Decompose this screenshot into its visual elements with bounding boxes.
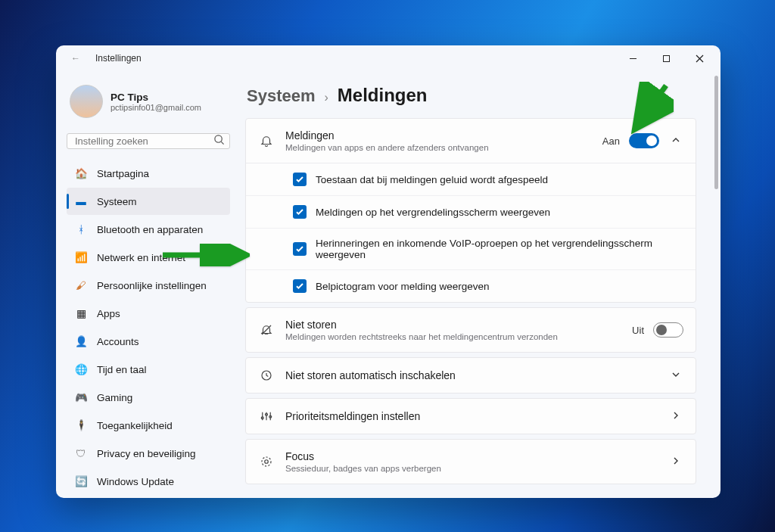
search-box[interactable] bbox=[67, 133, 230, 149]
nav-item-personalization[interactable]: 🖌Persoonlijke instellingen bbox=[67, 272, 230, 299]
nav-item-accounts[interactable]: 👤Accounts bbox=[67, 328, 230, 355]
nav-item-network[interactable]: 📶Netwerk en internet bbox=[67, 244, 230, 271]
dnd-icon bbox=[258, 323, 275, 337]
nav-item-home[interactable]: 🏠Startpagina bbox=[67, 160, 230, 187]
dnd-toggle[interactable] bbox=[653, 322, 683, 338]
checkbox-checked-icon bbox=[293, 242, 307, 256]
nav-list: 🏠Startpagina ▬Systeem ᚼBluetooth en appa… bbox=[67, 160, 230, 495]
nav-label: Toegankelijkheid bbox=[97, 420, 173, 431]
dnd-title: Niet storen bbox=[285, 319, 621, 331]
avatar bbox=[70, 85, 103, 118]
nav-label: Tijd en taal bbox=[97, 364, 147, 375]
focus-icon bbox=[258, 455, 275, 468]
nav-label: Persoonlijke instellingen bbox=[97, 280, 207, 291]
nav-item-accessibility[interactable]: 🕴Toegankelijkheid bbox=[67, 412, 230, 439]
opt-label: Meldingen op het vergrendelingsscherm we… bbox=[316, 207, 550, 218]
scrollbar[interactable] bbox=[711, 71, 721, 498]
brush-icon: 🖌 bbox=[74, 280, 88, 291]
svg-rect-1 bbox=[663, 55, 669, 61]
profile-email: pctipsinfo01@gmail.com bbox=[110, 103, 201, 112]
nav-item-system[interactable]: ▬Systeem bbox=[67, 188, 230, 215]
opt-voip[interactable]: Herinneringen en inkomende VoIP-oproepen… bbox=[246, 228, 696, 269]
shield-icon: 🛡 bbox=[74, 448, 88, 459]
clock-icon bbox=[258, 369, 275, 382]
opt-bell-icon[interactable]: Belpictogram voor melding weergeven bbox=[246, 269, 696, 302]
svg-line-5 bbox=[221, 142, 223, 144]
profile-name: PC Tips bbox=[110, 92, 201, 103]
notifications-state: Aan bbox=[602, 135, 620, 147]
minimize-button[interactable] bbox=[616, 47, 649, 70]
notifications-title: Meldingen bbox=[285, 129, 592, 142]
nav-item-gaming[interactable]: 🎮Gaming bbox=[67, 384, 230, 411]
opt-label: Herinneringen en inkomende VoIP-oproepen… bbox=[316, 238, 683, 260]
checkbox-checked-icon bbox=[293, 173, 307, 186]
focus-card[interactable]: Focus Sessieduur, badges van apps verber… bbox=[245, 439, 696, 484]
nav-label: Privacy en beveiliging bbox=[97, 448, 196, 459]
opt-sound[interactable]: Toestaan dat bij meldingen geluid wordt … bbox=[246, 163, 696, 195]
nav-label: Gaming bbox=[97, 392, 132, 403]
chevron-up-icon[interactable] bbox=[668, 134, 683, 148]
nav-item-bluetooth[interactable]: ᚼBluetooth en apparaten bbox=[67, 216, 230, 243]
app-title: Instellingen bbox=[95, 53, 142, 64]
wifi-icon: 📶 bbox=[74, 251, 88, 263]
svg-point-12 bbox=[262, 457, 271, 466]
senders-heading: Meldingen van apps en andere afzenders bbox=[241, 489, 701, 498]
titlebar: ← Instellingen bbox=[56, 45, 721, 71]
chevron-right-icon bbox=[668, 455, 683, 468]
dnd-auto-card[interactable]: Niet storen automatisch inschakelen bbox=[245, 357, 696, 394]
nav-label: Windows Update bbox=[97, 476, 174, 487]
checkbox-checked-icon bbox=[293, 205, 307, 219]
priority-card[interactable]: Prioriteitsmeldingen instellen bbox=[245, 398, 696, 434]
notifications-header-row[interactable]: Meldingen Meldingen van apps en andere a… bbox=[246, 119, 696, 163]
focus-sub: Sessieduur, badges van apps verbergen bbox=[285, 464, 658, 473]
settings-window: ← Instellingen PC Tips pctipsinfo01@gmai… bbox=[56, 45, 721, 498]
dnd-state: Uit bbox=[632, 325, 644, 336]
nav-label: Accounts bbox=[97, 336, 139, 347]
sliders-icon bbox=[258, 409, 275, 423]
update-icon: 🔄 bbox=[74, 475, 88, 487]
nav-label: Systeem bbox=[97, 196, 137, 207]
notifications-card: Meldingen Meldingen van apps en andere a… bbox=[245, 118, 696, 303]
dnd-auto-title: Niet storen automatisch inschakelen bbox=[285, 369, 658, 381]
search-icon bbox=[213, 134, 225, 148]
sidebar: PC Tips pctipsinfo01@gmail.com 🏠Startpag… bbox=[56, 71, 241, 498]
back-button[interactable]: ← bbox=[67, 50, 85, 67]
notifications-sub: Meldingen van apps en andere afzenders o… bbox=[285, 143, 592, 152]
chevron-down-icon bbox=[668, 369, 683, 382]
dnd-card[interactable]: Niet storen Meldingen worden rechtstreek… bbox=[245, 307, 696, 353]
nav-item-update[interactable]: 🔄Windows Update bbox=[67, 468, 230, 495]
svg-point-4 bbox=[215, 135, 222, 142]
bell-icon bbox=[258, 134, 275, 148]
apps-icon: ▦ bbox=[74, 307, 88, 319]
nav-item-privacy[interactable]: 🛡Privacy en beveiliging bbox=[67, 440, 230, 467]
dnd-sub: Meldingen worden rechtstreeks naar het m… bbox=[285, 332, 621, 341]
nav-label: Startpagina bbox=[97, 168, 149, 179]
notifications-options: Toestaan dat bij meldingen geluid wordt … bbox=[246, 163, 696, 302]
scrollbar-thumb[interactable] bbox=[714, 76, 718, 189]
gamepad-icon: 🎮 bbox=[74, 391, 88, 403]
opt-label: Belpictogram voor melding weergeven bbox=[316, 281, 490, 292]
breadcrumb-parent[interactable]: Systeem bbox=[247, 86, 316, 106]
system-icon: ▬ bbox=[74, 196, 88, 207]
checkbox-checked-icon bbox=[293, 279, 307, 293]
globe-icon: 🌐 bbox=[74, 363, 88, 375]
priority-title: Prioriteitsmeldingen instellen bbox=[285, 410, 658, 422]
svg-point-11 bbox=[265, 460, 269, 464]
nav-label: Netwerk en internet bbox=[97, 252, 185, 263]
nav-item-apps[interactable]: ▦Apps bbox=[67, 300, 230, 327]
person-icon: 👤 bbox=[74, 335, 88, 347]
breadcrumb-sep: › bbox=[325, 91, 328, 104]
close-button[interactable] bbox=[683, 47, 716, 70]
focus-title: Focus bbox=[285, 450, 658, 462]
nav-label: Bluetooth en apparaten bbox=[97, 224, 203, 235]
chevron-right-icon bbox=[668, 409, 683, 423]
opt-lockscreen[interactable]: Meldingen op het vergrendelingsscherm we… bbox=[246, 195, 696, 228]
notifications-toggle[interactable] bbox=[629, 133, 659, 148]
page-title: Meldingen bbox=[338, 85, 428, 106]
maximize-button[interactable] bbox=[649, 47, 683, 70]
nav-label: Apps bbox=[97, 308, 120, 319]
bluetooth-icon: ᚼ bbox=[74, 224, 88, 235]
profile-block[interactable]: PC Tips pctipsinfo01@gmail.com bbox=[67, 77, 230, 129]
nav-item-time[interactable]: 🌐Tijd en taal bbox=[67, 356, 230, 383]
search-input[interactable] bbox=[75, 135, 213, 147]
